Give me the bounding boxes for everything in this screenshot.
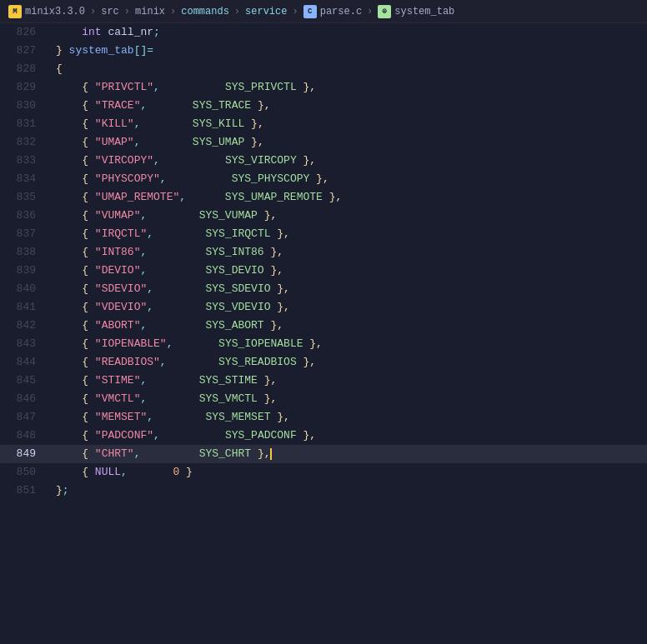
title-minix: minix: [135, 6, 165, 17]
token-bracket: {: [82, 209, 95, 222]
line-gutter: [46, 60, 53, 78]
token-bracket: },: [258, 392, 277, 405]
token-plain: [56, 246, 82, 258]
title-sep-1: ›: [90, 6, 96, 17]
code-line: 840 { "SDEVIO", SYS_SDEVIO },: [0, 280, 647, 298]
line-number: 838: [0, 243, 46, 262]
token-op: ,: [140, 99, 192, 112]
minix-icon: M: [8, 5, 22, 18]
token-plain: [56, 227, 82, 240]
token-bracket: },: [270, 227, 289, 240]
code-line: 830 { "TRACE", SYS_TRACE },: [0, 97, 647, 115]
token-op: ,: [179, 191, 225, 203]
line-content: { "PADCONF", SYS_PADCONF },: [53, 427, 647, 445]
line-number: 836: [0, 207, 46, 225]
line-gutter: [46, 408, 53, 427]
line-gutter: [46, 170, 53, 188]
line-content: };: [53, 482, 647, 500]
token-op: ,: [140, 264, 205, 277]
code-line: 847 { "MEMSET", SYS_MEMSET },: [0, 408, 647, 427]
line-gutter: [46, 335, 53, 353]
token-const: SYS_VDEVIO: [205, 301, 270, 313]
token-op: ,: [140, 374, 198, 387]
line-content: { "VIRCOPY", SYS_VIRCOPY },: [53, 152, 647, 170]
token-plain: [56, 411, 82, 423]
token-plain: [56, 136, 82, 148]
token-const: SYS_VMCTL: [199, 392, 258, 405]
token-plain: [56, 301, 82, 313]
token-const: SYS_STIME: [199, 374, 258, 387]
token-plain: [56, 209, 82, 222]
token-str: "SDEVIO": [95, 282, 147, 295]
token-str: "IRQCTL": [95, 227, 147, 240]
token-plain: [56, 319, 82, 332]
token-const: SYS_SDEVIO: [205, 282, 270, 295]
code-line: 829 { "PRIVCTL", SYS_PRIVCTL },: [0, 78, 647, 97]
token-bracket: {: [82, 319, 95, 332]
token-bracket: },: [244, 136, 263, 148]
token-op: ,: [160, 356, 218, 368]
token-str: "VDEVIO": [95, 301, 147, 313]
line-gutter: [46, 188, 53, 207]
token-bracket: },: [309, 172, 329, 185]
line-gutter: [46, 482, 53, 500]
token-bracket: {: [82, 466, 95, 478]
title-commands: commands: [181, 6, 229, 17]
line-gutter: [46, 353, 53, 372]
token-bracket: {: [82, 301, 95, 313]
line-content: { NULL, 0 }: [53, 463, 647, 482]
code-line: 838 { "INT86", SYS_INT86 },: [0, 243, 647, 262]
token-bracket: },: [303, 337, 323, 350]
token-plain: [56, 466, 82, 478]
token-bracket: },: [297, 356, 316, 368]
token-plain: [56, 172, 82, 185]
token-bracket: {: [56, 62, 63, 75]
token-str: "UMAP_REMOTE": [95, 191, 179, 203]
c-file-icon: C: [303, 5, 317, 18]
line-content: { "IRQCTL", SYS_IRQCTL },: [53, 225, 647, 243]
token-str: "IOPENABLE": [95, 337, 167, 350]
line-gutter: [46, 390, 53, 408]
token-bracket: {: [82, 136, 95, 148]
line-number: 849: [0, 445, 46, 463]
token-bracket: },: [297, 429, 316, 442]
line-number: 831: [0, 115, 46, 133]
token-str: "MEMSET": [95, 411, 147, 423]
line-gutter: [46, 42, 53, 60]
code-line: 846 { "VMCTL", SYS_VMCTL },: [0, 390, 647, 408]
line-content: { "MEMSET", SYS_MEMSET },: [53, 408, 647, 427]
title-symbol: system_tab: [394, 6, 454, 17]
line-number: 835: [0, 188, 46, 207]
line-gutter: [46, 463, 53, 482]
line-number: 830: [0, 97, 46, 115]
line-number: 845: [0, 372, 46, 390]
token-bracket: },: [297, 81, 316, 93]
line-gutter: [46, 152, 53, 170]
token-varname: call_nr: [102, 26, 153, 38]
line-number: 829: [0, 78, 46, 97]
token-bracket: {: [82, 81, 95, 93]
token-op: ,: [134, 447, 199, 460]
token-op: ,: [147, 282, 205, 295]
code-line: 836 { "VUMAP", SYS_VUMAP },: [0, 207, 647, 225]
token-bracket: {: [82, 392, 95, 405]
token-op: ,: [140, 209, 198, 222]
token-bracket: },: [270, 411, 289, 423]
token-const: SYS_KILL: [193, 117, 244, 130]
token-op: ,: [147, 227, 205, 240]
token-bracket: {: [82, 282, 95, 295]
token-const: SYS_DEVIO: [205, 264, 263, 277]
token-bracket: },: [258, 209, 277, 222]
line-gutter: [46, 280, 53, 298]
token-const: SYS_PHYSCOPY: [232, 172, 310, 185]
line-number: 851: [0, 482, 46, 500]
token-bracket: {: [82, 117, 95, 130]
line-gutter: [46, 225, 53, 243]
token-const: SYS_IRQCTL: [205, 227, 270, 240]
line-number: 827: [0, 42, 46, 60]
title-sep-4: ›: [234, 6, 240, 17]
line-number: 847: [0, 408, 46, 427]
token-str: "CHRT": [95, 447, 134, 460]
token-plain: [56, 81, 82, 93]
token-op: ,: [134, 117, 193, 130]
